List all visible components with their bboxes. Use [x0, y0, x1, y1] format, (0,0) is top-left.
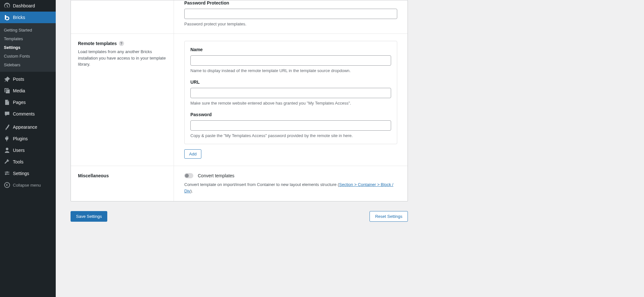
- remote-title: Remote templates: [78, 41, 117, 46]
- sidebar-item-pages[interactable]: Pages: [0, 97, 56, 108]
- bricks-submenu: Getting Started Templates Settings Custo…: [0, 23, 56, 72]
- section-remote-templates: Remote templates ? Load templates from a…: [71, 34, 408, 166]
- pin-icon: [4, 76, 10, 82]
- password-protection-help: Password protect your templates.: [184, 22, 397, 26]
- bottom-actions: Save Settings Reset Settings: [71, 211, 408, 222]
- remote-url-input[interactable]: [190, 88, 391, 98]
- gauge-icon: [4, 3, 10, 9]
- settings-table: Password Protection Password protect you…: [71, 0, 408, 201]
- plug-icon: [4, 135, 10, 142]
- remote-name-input[interactable]: [190, 55, 391, 66]
- sidebar-item-posts[interactable]: Posts: [0, 73, 56, 85]
- sidebar-item-label: Dashboard: [13, 3, 35, 8]
- collapse-menu-button[interactable]: Collapse menu: [0, 179, 56, 191]
- misc-help-text: Convert template on import/insert from C…: [184, 181, 397, 194]
- password-protection-title: Password Protection: [184, 0, 397, 5]
- convert-templates-label: Convert templates: [198, 173, 235, 178]
- sidebar-item-label: Media: [13, 88, 25, 93]
- submenu-templates[interactable]: Templates: [0, 34, 56, 43]
- reset-settings-button[interactable]: Reset Settings: [370, 211, 408, 222]
- password-protection-input[interactable]: [184, 9, 397, 19]
- sidebar-item-bricks[interactable]: Bricks: [0, 12, 56, 23]
- remote-url-label: URL: [190, 79, 391, 85]
- save-settings-button[interactable]: Save Settings: [71, 211, 107, 222]
- media-icon: [4, 88, 10, 94]
- add-remote-button[interactable]: Add: [184, 149, 201, 159]
- section-password-protection: Password Protection Password protect you…: [71, 0, 408, 34]
- sidebar-item-label: Plugins: [13, 136, 28, 141]
- sliders-icon: [4, 170, 10, 177]
- sidebar-item-media[interactable]: Media: [0, 85, 56, 97]
- misc-title: Miscellaneous: [78, 173, 167, 178]
- sidebar-item-plugins[interactable]: Plugins: [0, 133, 56, 144]
- remote-name-help: Name to display instead of the remote te…: [190, 68, 391, 73]
- remote-password-label: Password: [190, 112, 391, 117]
- bricks-icon: [4, 14, 10, 21]
- brush-icon: [4, 124, 10, 130]
- page-icon: [4, 99, 10, 106]
- wrench-icon: [4, 159, 10, 165]
- sidebar-item-settings[interactable]: Settings: [0, 168, 56, 179]
- submenu-getting-started[interactable]: Getting Started: [0, 26, 56, 34]
- sidebar-item-label: Bricks: [13, 15, 25, 20]
- sidebar-item-label: Appearance: [13, 125, 37, 130]
- help-icon[interactable]: ?: [119, 41, 124, 46]
- main-content: Password Protection Password protect you…: [56, 0, 644, 297]
- remote-template-group: Name Name to display instead of the remo…: [184, 41, 397, 144]
- remote-password-help: Copy & paste the "My Templates Access" p…: [190, 133, 391, 138]
- submenu-sidebars[interactable]: Sidebars: [0, 60, 56, 69]
- submenu-custom-fonts[interactable]: Custom Fonts: [0, 52, 56, 60]
- sidebar-item-appearance[interactable]: Appearance: [0, 121, 56, 133]
- remote-desc: Load templates from any another Bricks i…: [78, 49, 167, 68]
- remote-password-input[interactable]: [190, 120, 391, 131]
- remote-url-help: Make sure the remote website entered abo…: [190, 101, 391, 106]
- submenu-settings[interactable]: Settings: [0, 43, 56, 52]
- admin-sidebar: Dashboard Bricks Getting Started Templat…: [0, 0, 56, 297]
- sidebar-item-dashboard[interactable]: Dashboard: [0, 0, 56, 12]
- user-icon: [4, 147, 10, 153]
- svg-point-0: [5, 182, 10, 188]
- sidebar-item-label: Comments: [13, 111, 35, 116]
- collapse-label: Collapse menu: [13, 183, 41, 188]
- sidebar-item-tools[interactable]: Tools: [0, 156, 56, 168]
- comment-icon: [4, 111, 10, 117]
- sidebar-item-label: Posts: [13, 77, 24, 82]
- sidebar-item-label: Users: [13, 148, 25, 153]
- sidebar-item-label: Pages: [13, 100, 26, 105]
- convert-templates-toggle[interactable]: [184, 173, 193, 178]
- remote-name-label: Name: [190, 47, 391, 52]
- sidebar-item-users[interactable]: Users: [0, 144, 56, 156]
- sidebar-item-label: Settings: [13, 171, 29, 176]
- sidebar-item-comments[interactable]: Comments: [0, 108, 56, 120]
- section-miscellaneous: Miscellaneous Convert templates Convert …: [71, 166, 408, 201]
- sidebar-item-label: Tools: [13, 159, 24, 164]
- collapse-icon: [4, 182, 10, 188]
